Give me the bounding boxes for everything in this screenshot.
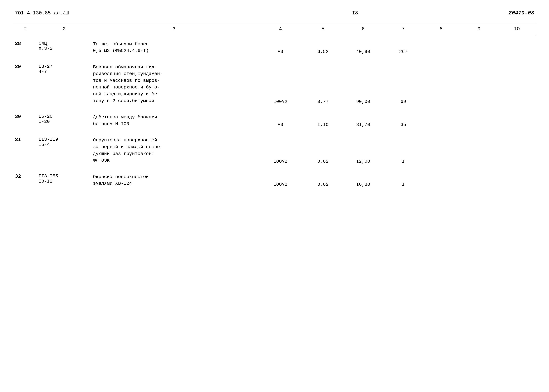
table-row: 30Е6-20 I-20Добетонка между блоками бето… (13, 112, 536, 130)
col-header-10: IO (498, 23, 536, 35)
row-number: 30 (13, 112, 37, 130)
row-description: Огрунтовка поверхностей за первый и кажд… (91, 135, 257, 166)
row-col9 (460, 171, 498, 189)
row-code: СМЦ, п.3-3 (37, 39, 91, 56)
row-col6: 40,90 (342, 39, 384, 56)
main-table: I 2 3 4 5 6 7 8 9 IO 28СМЦ, п.3-3То же, … (13, 23, 536, 189)
row-unit: I00м2 (257, 171, 304, 189)
row-col9 (460, 135, 498, 166)
row-col8 (422, 112, 460, 130)
row-description: То же, объемом более 0,5 м3 (ФБС24.4.6-Т… (91, 39, 257, 56)
row-number: 32 (13, 171, 37, 189)
row-col5: 0,77 (304, 62, 342, 107)
col-header-1: I (13, 23, 37, 35)
table-row: 32ЕI3-I55 I8-I2Окраска поверхностей эмал… (13, 171, 536, 189)
row-number: 3I (13, 135, 37, 166)
row-description: Окраска поверхностей эмалями ХВ-I24 (91, 171, 257, 189)
row-unit: м3 (257, 39, 304, 56)
header-right: 20470-08 (508, 10, 534, 16)
spacer-row (13, 56, 536, 62)
row-col6: I0,80 (342, 171, 384, 189)
row-col8 (422, 39, 460, 56)
table-row: 28СМЦ, п.3-3То же, объемом более 0,5 м3 … (13, 39, 536, 56)
row-col10 (498, 135, 536, 166)
row-unit: I00м2 (257, 62, 304, 107)
row-col10 (498, 62, 536, 107)
row-col7: I (385, 171, 422, 189)
row-col7: I (385, 135, 422, 166)
col-header-3: 3 (91, 23, 257, 35)
col-header-6: 6 (342, 23, 384, 35)
row-col10 (498, 171, 536, 189)
col-header-2: 2 (37, 23, 91, 35)
col-header-9: 9 (460, 23, 498, 35)
row-description: Добетонка между блоками бетоном М-I00 (91, 112, 257, 130)
spacer-row (13, 106, 536, 112)
row-code: ЕI3-II9 I5-4 (37, 135, 91, 166)
row-unit: I00м2 (257, 135, 304, 166)
row-col9 (460, 39, 498, 56)
row-col8 (422, 62, 460, 107)
header-left: 7OI-4-I30.85 ал.JШ (15, 10, 69, 16)
row-col9 (460, 62, 498, 107)
row-unit: м3 (257, 112, 304, 130)
row-col8 (422, 171, 460, 189)
col-header-7: 7 (385, 23, 422, 35)
spacer-row (13, 130, 536, 135)
table-row: 3IЕI3-II9 I5-4Огрунтовка поверхностей за… (13, 135, 536, 166)
row-col8 (422, 135, 460, 166)
row-col7: 69 (385, 62, 422, 107)
page-header: 7OI-4-I30.85 ал.JШ I8 20470-08 (13, 10, 536, 16)
row-col6: 90,00 (342, 62, 384, 107)
row-number: 29 (13, 62, 37, 107)
table-row: 29Е8-27 4-7Боковая обмазочная гид- роизо… (13, 62, 536, 107)
col-header-4: 4 (257, 23, 304, 35)
row-code: Е6-20 I-20 (37, 112, 91, 130)
row-code: Е8-27 4-7 (37, 62, 91, 107)
row-col10 (498, 112, 536, 130)
row-col10 (498, 39, 536, 56)
row-col9 (460, 112, 498, 130)
row-number: 28 (13, 39, 37, 56)
row-description: Боковая обмазочная гид- роизоляция стен,… (91, 62, 257, 107)
column-headers: I 2 3 4 5 6 7 8 9 IO (13, 23, 536, 35)
header-center: I8 (352, 10, 358, 16)
col-header-8: 8 (422, 23, 460, 35)
row-col6: I2,00 (342, 135, 384, 166)
row-col7: 267 (385, 39, 422, 56)
row-col7: 35 (385, 112, 422, 130)
col-header-5: 5 (304, 23, 342, 35)
spacer-row (13, 166, 536, 171)
row-col6: 3I,70 (342, 112, 384, 130)
row-col5: 0,02 (304, 135, 342, 166)
row-col5: 6,52 (304, 39, 342, 56)
row-col5: 0,02 (304, 171, 342, 189)
row-code: ЕI3-I55 I8-I2 (37, 171, 91, 189)
row-col5: I,IO (304, 112, 342, 130)
